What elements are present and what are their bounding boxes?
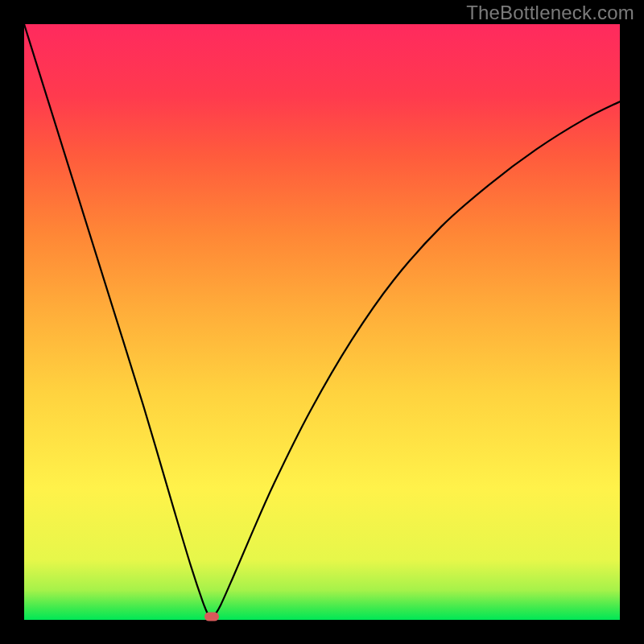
chart-frame: TheBottleneck.com	[0, 0, 644, 644]
bottleneck-curve	[24, 24, 620, 620]
watermark-text: TheBottleneck.com	[466, 2, 634, 24]
minimum-marker	[204, 613, 219, 621]
plot-area	[24, 24, 620, 620]
